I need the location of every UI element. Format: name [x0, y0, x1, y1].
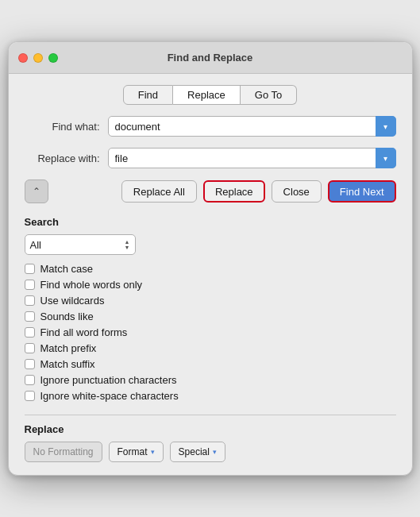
replace-section-bottom: Replace No Formatting Format ▾ Special ▾ — [25, 415, 396, 462]
action-button-row: ⌃ Replace All Replace Close Find Next — [25, 179, 396, 203]
checkbox-label-5: Match prefix — [40, 342, 97, 354]
checkbox-list: Match case Find whole words only Use wil… — [25, 263, 396, 402]
find-what-row: Find what: ▾ — [25, 116, 396, 137]
checkbox-label-6: Match suffix — [40, 358, 95, 370]
search-dropdown-wrap: All ▲ ▼ — [25, 234, 396, 255]
special-button-label: Special — [179, 446, 210, 457]
checkbox-label-1: Find whole words only — [40, 279, 143, 291]
checkbox-row-1: Find whole words only — [25, 279, 396, 291]
tab-find[interactable]: Find — [123, 85, 173, 105]
checkbox-match-suffix[interactable] — [25, 359, 35, 369]
checkbox-label-8: Ignore white-space characters — [40, 390, 179, 402]
dropdown-arrow-icon2: ▾ — [383, 154, 387, 163]
checkbox-match-case[interactable] — [25, 264, 35, 274]
find-what-label: Find what: — [25, 121, 100, 133]
stepper-up-icon: ▲ — [125, 239, 130, 245]
replace-with-input[interactable] — [108, 148, 396, 168]
checkbox-whole-words[interactable] — [25, 280, 35, 290]
replace-format-row: No Formatting Format ▾ Special ▾ — [25, 442, 396, 462]
checkbox-sounds-like[interactable] — [25, 311, 35, 322]
title-bar: Find and Replace — [9, 42, 412, 74]
checkbox-match-prefix[interactable] — [25, 343, 35, 353]
find-next-button[interactable]: Find Next — [328, 180, 396, 203]
replace-all-button[interactable]: Replace All — [121, 180, 197, 203]
checkbox-row-4: Find all word forms — [25, 326, 396, 338]
checkbox-all-word-forms[interactable] — [25, 327, 35, 338]
checkbox-row-8: Ignore white-space characters — [25, 390, 396, 402]
close-traffic-light[interactable] — [18, 53, 28, 63]
format-button[interactable]: Format ▾ — [109, 442, 164, 462]
checkbox-label-2: Use wildcards — [40, 295, 105, 307]
tab-bar: Find Replace Go To — [25, 85, 396, 105]
replace-with-row: Replace with: ▾ — [25, 148, 396, 168]
find-what-dropdown-arrow[interactable]: ▾ — [376, 116, 396, 137]
tab-goto[interactable]: Go To — [241, 85, 297, 105]
format-dropdown-icon: ▾ — [151, 448, 155, 456]
search-section-label: Search — [25, 216, 396, 228]
no-formatting-button: No Formatting — [25, 442, 102, 462]
checkbox-ignore-punctuation[interactable] — [25, 375, 35, 385]
checkbox-label-7: Ignore punctuation characters — [40, 374, 177, 386]
search-dropdown[interactable]: All ▲ ▼ — [25, 234, 136, 255]
replace-with-input-wrap: ▾ — [108, 148, 396, 168]
checkbox-label-0: Match case — [40, 263, 93, 275]
special-button[interactable]: Special ▾ — [170, 442, 225, 462]
replace-section-label: Replace — [25, 423, 396, 435]
checkbox-row-7: Ignore punctuation characters — [25, 374, 396, 386]
find-replace-dialog: Find and Replace Find Replace Go To Find… — [8, 41, 413, 476]
find-what-input-wrap: ▾ — [108, 116, 396, 137]
checkbox-row-6: Match suffix — [25, 358, 396, 370]
format-button-label: Format — [118, 446, 148, 457]
close-button[interactable]: Close — [272, 180, 322, 203]
checkbox-label-4: Find all word forms — [40, 326, 128, 338]
minimize-traffic-light[interactable] — [33, 53, 43, 63]
checkbox-row-2: Use wildcards — [25, 295, 396, 307]
stepper-down-icon: ▼ — [125, 245, 130, 250]
find-what-input[interactable] — [108, 116, 396, 137]
maximize-traffic-light[interactable] — [48, 53, 58, 63]
checkbox-ignore-whitespace[interactable] — [25, 391, 35, 401]
window-title: Find and Replace — [168, 52, 253, 64]
search-dropdown-arrows: ▲ ▼ — [125, 239, 130, 250]
chevron-up-icon: ⌃ — [33, 186, 40, 197]
collapse-button[interactable]: ⌃ — [25, 179, 48, 203]
traffic-lights — [18, 53, 58, 63]
dialog-content: Find Replace Go To Find what: ▾ Replace … — [9, 74, 412, 475]
replace-button[interactable]: Replace — [203, 180, 265, 203]
tab-replace[interactable]: Replace — [173, 85, 241, 105]
search-dropdown-value: All — [30, 239, 41, 251]
checkbox-row-5: Match prefix — [25, 342, 396, 354]
checkbox-label-3: Sounds like — [40, 311, 94, 322]
replace-with-dropdown-arrow[interactable]: ▾ — [376, 148, 396, 168]
special-dropdown-icon: ▾ — [213, 448, 217, 456]
dropdown-arrow-icon: ▾ — [383, 122, 387, 131]
checkbox-row-0: Match case — [25, 263, 396, 275]
replace-with-label: Replace with: — [25, 152, 100, 164]
checkbox-row-3: Sounds like — [25, 311, 396, 322]
checkbox-wildcards[interactable] — [25, 295, 35, 306]
